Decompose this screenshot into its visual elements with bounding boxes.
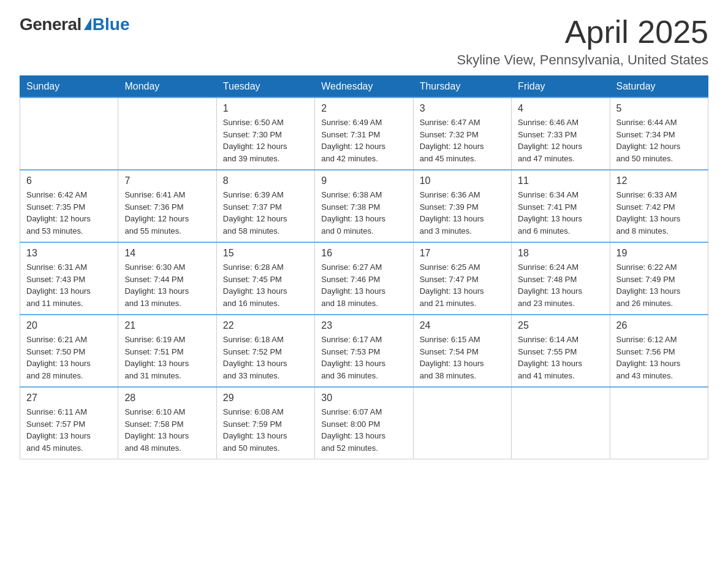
calendar-cell: 17Sunrise: 6:25 AMSunset: 7:47 PMDayligh… xyxy=(413,242,511,315)
day-number: 18 xyxy=(518,248,603,259)
calendar-cell: 7Sunrise: 6:41 AMSunset: 7:36 PMDaylight… xyxy=(118,170,216,242)
day-number: 8 xyxy=(223,175,308,186)
calendar-cell: 27Sunrise: 6:11 AMSunset: 7:57 PMDayligh… xyxy=(20,387,118,459)
day-info: Sunrise: 6:41 AMSunset: 7:36 PMDaylight:… xyxy=(124,189,210,237)
day-info: Sunrise: 6:12 AMSunset: 7:56 PMDaylight:… xyxy=(616,334,702,381)
day-info: Sunrise: 6:24 AMSunset: 7:48 PMDaylight:… xyxy=(518,261,603,309)
calendar-cell: 6Sunrise: 6:42 AMSunset: 7:35 PMDaylight… xyxy=(20,170,118,242)
calendar-cell: 26Sunrise: 6:12 AMSunset: 7:56 PMDayligh… xyxy=(610,315,708,387)
day-number: 17 xyxy=(420,248,505,259)
calendar-week-row: 13Sunrise: 6:31 AMSunset: 7:43 PMDayligh… xyxy=(20,242,708,315)
calendar-cell xyxy=(610,387,708,459)
calendar-cell: 16Sunrise: 6:27 AMSunset: 7:46 PMDayligh… xyxy=(315,242,413,315)
day-info: Sunrise: 6:44 AMSunset: 7:34 PMDaylight:… xyxy=(616,117,702,164)
calendar-week-row: 27Sunrise: 6:11 AMSunset: 7:57 PMDayligh… xyxy=(20,387,708,459)
day-number: 9 xyxy=(321,175,406,186)
calendar-cell: 14Sunrise: 6:30 AMSunset: 7:44 PMDayligh… xyxy=(118,242,216,315)
day-number: 24 xyxy=(420,320,505,331)
calendar-cell: 3Sunrise: 6:47 AMSunset: 7:32 PMDaylight… xyxy=(413,98,511,170)
day-number: 3 xyxy=(420,103,505,114)
calendar-cell: 5Sunrise: 6:44 AMSunset: 7:34 PMDaylight… xyxy=(610,98,708,170)
calendar-week-row: 20Sunrise: 6:21 AMSunset: 7:50 PMDayligh… xyxy=(20,315,708,387)
calendar-cell: 29Sunrise: 6:08 AMSunset: 7:59 PMDayligh… xyxy=(216,387,314,459)
location-subtitle: Skyline View, Pennsylvania, United State… xyxy=(457,52,709,68)
day-number: 28 xyxy=(124,393,210,404)
calendar-cell: 22Sunrise: 6:18 AMSunset: 7:52 PMDayligh… xyxy=(216,315,314,387)
calendar-cell: 1Sunrise: 6:50 AMSunset: 7:30 PMDaylight… xyxy=(216,98,314,170)
calendar-cell: 24Sunrise: 6:15 AMSunset: 7:54 PMDayligh… xyxy=(413,315,511,387)
header-thursday: Thursday xyxy=(413,76,511,98)
day-info: Sunrise: 6:33 AMSunset: 7:42 PMDaylight:… xyxy=(616,189,702,237)
calendar-cell: 25Sunrise: 6:14 AMSunset: 7:55 PMDayligh… xyxy=(512,315,610,387)
calendar-cell: 20Sunrise: 6:21 AMSunset: 7:50 PMDayligh… xyxy=(20,315,118,387)
day-info: Sunrise: 6:28 AMSunset: 7:45 PMDaylight:… xyxy=(223,261,308,309)
calendar-cell xyxy=(512,387,610,459)
calendar-cell: 18Sunrise: 6:24 AMSunset: 7:48 PMDayligh… xyxy=(512,242,610,315)
day-info: Sunrise: 6:10 AMSunset: 7:58 PMDaylight:… xyxy=(124,406,210,454)
calendar-cell: 21Sunrise: 6:19 AMSunset: 7:51 PMDayligh… xyxy=(118,315,216,387)
day-number: 5 xyxy=(616,103,702,114)
header-sunday: Sunday xyxy=(20,76,118,98)
calendar-cell: 2Sunrise: 6:49 AMSunset: 7:31 PMDaylight… xyxy=(315,98,413,170)
day-info: Sunrise: 6:17 AMSunset: 7:53 PMDaylight:… xyxy=(321,334,406,381)
day-number: 2 xyxy=(321,103,406,114)
calendar-cell xyxy=(20,98,118,170)
day-number: 11 xyxy=(518,175,603,186)
calendar-header-row: SundayMondayTuesdayWednesdayThursdayFrid… xyxy=(20,76,708,98)
header-tuesday: Tuesday xyxy=(216,76,314,98)
title-section: April 2025 Skyline View, Pennsylvania, U… xyxy=(457,15,709,68)
day-info: Sunrise: 6:22 AMSunset: 7:49 PMDaylight:… xyxy=(616,261,702,309)
day-number: 19 xyxy=(616,248,702,259)
day-number: 25 xyxy=(518,320,603,331)
day-info: Sunrise: 6:50 AMSunset: 7:30 PMDaylight:… xyxy=(223,117,308,164)
day-number: 30 xyxy=(321,393,406,404)
calendar-week-row: 1Sunrise: 6:50 AMSunset: 7:30 PMDaylight… xyxy=(20,98,708,170)
calendar-cell: 8Sunrise: 6:39 AMSunset: 7:37 PMDaylight… xyxy=(216,170,314,242)
day-number: 27 xyxy=(26,393,112,404)
calendar-cell: 13Sunrise: 6:31 AMSunset: 7:43 PMDayligh… xyxy=(20,242,118,315)
header-saturday: Saturday xyxy=(610,76,708,98)
calendar-week-row: 6Sunrise: 6:42 AMSunset: 7:35 PMDaylight… xyxy=(20,170,708,242)
day-number: 23 xyxy=(321,320,406,331)
day-info: Sunrise: 6:27 AMSunset: 7:46 PMDaylight:… xyxy=(321,261,406,309)
day-info: Sunrise: 6:36 AMSunset: 7:39 PMDaylight:… xyxy=(420,189,505,237)
calendar-cell: 11Sunrise: 6:34 AMSunset: 7:41 PMDayligh… xyxy=(512,170,610,242)
day-info: Sunrise: 6:18 AMSunset: 7:52 PMDaylight:… xyxy=(223,334,308,381)
day-info: Sunrise: 6:14 AMSunset: 7:55 PMDaylight:… xyxy=(518,334,603,381)
calendar-cell xyxy=(118,98,216,170)
day-info: Sunrise: 6:07 AMSunset: 8:00 PMDaylight:… xyxy=(321,406,406,454)
day-number: 12 xyxy=(616,175,702,186)
day-number: 6 xyxy=(26,175,112,186)
logo-triangle-icon xyxy=(84,18,91,30)
day-number: 4 xyxy=(518,103,603,114)
header-wednesday: Wednesday xyxy=(315,76,413,98)
day-info: Sunrise: 6:39 AMSunset: 7:37 PMDaylight:… xyxy=(223,189,308,237)
day-info: Sunrise: 6:25 AMSunset: 7:47 PMDaylight:… xyxy=(420,261,505,309)
logo: General Blue xyxy=(20,15,129,34)
day-info: Sunrise: 6:38 AMSunset: 7:38 PMDaylight:… xyxy=(321,189,406,237)
day-number: 14 xyxy=(124,248,210,259)
calendar-cell: 4Sunrise: 6:46 AMSunset: 7:33 PMDaylight… xyxy=(512,98,610,170)
calendar-cell: 23Sunrise: 6:17 AMSunset: 7:53 PMDayligh… xyxy=(315,315,413,387)
day-info: Sunrise: 6:34 AMSunset: 7:41 PMDaylight:… xyxy=(518,189,603,237)
day-info: Sunrise: 6:42 AMSunset: 7:35 PMDaylight:… xyxy=(26,189,112,237)
month-year-title: April 2025 xyxy=(457,15,709,50)
day-number: 7 xyxy=(124,175,210,186)
calendar-cell: 28Sunrise: 6:10 AMSunset: 7:58 PMDayligh… xyxy=(118,387,216,459)
day-info: Sunrise: 6:49 AMSunset: 7:31 PMDaylight:… xyxy=(321,117,406,164)
day-number: 1 xyxy=(223,103,308,114)
day-number: 13 xyxy=(26,248,112,259)
day-number: 10 xyxy=(420,175,505,186)
day-info: Sunrise: 6:11 AMSunset: 7:57 PMDaylight:… xyxy=(26,406,112,454)
day-number: 29 xyxy=(223,393,308,404)
day-info: Sunrise: 6:15 AMSunset: 7:54 PMDaylight:… xyxy=(420,334,505,381)
day-info: Sunrise: 6:21 AMSunset: 7:50 PMDaylight:… xyxy=(26,334,112,381)
calendar-cell: 30Sunrise: 6:07 AMSunset: 8:00 PMDayligh… xyxy=(315,387,413,459)
calendar-cell: 12Sunrise: 6:33 AMSunset: 7:42 PMDayligh… xyxy=(610,170,708,242)
header-monday: Monday xyxy=(118,76,216,98)
day-info: Sunrise: 6:31 AMSunset: 7:43 PMDaylight:… xyxy=(26,261,112,309)
day-number: 21 xyxy=(124,320,210,331)
calendar-table: SundayMondayTuesdayWednesdayThursdayFrid… xyxy=(20,75,708,459)
day-info: Sunrise: 6:19 AMSunset: 7:51 PMDaylight:… xyxy=(124,334,210,381)
day-info: Sunrise: 6:46 AMSunset: 7:33 PMDaylight:… xyxy=(518,117,603,164)
